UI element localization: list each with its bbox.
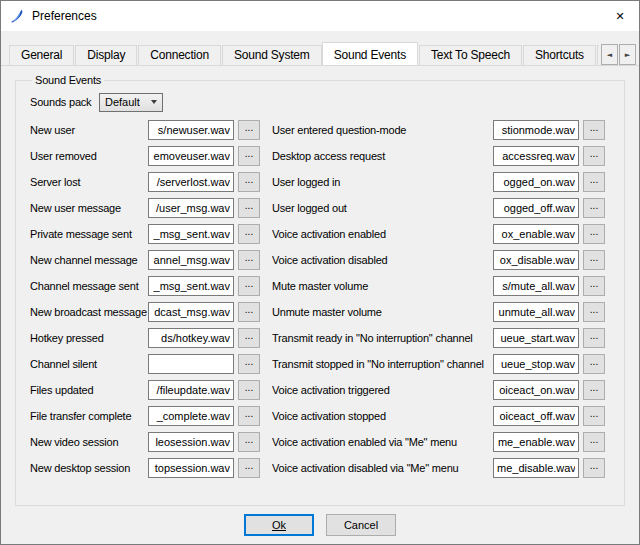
sound-event-row: Hotkey pressed...Transmit ready in "No i… [30, 325, 611, 351]
tab-scroll-left-icon[interactable]: ◄ [601, 44, 618, 65]
tab-sound-events[interactable]: Sound Events [322, 42, 418, 65]
sound-file-input[interactable] [148, 458, 234, 478]
sound-file-input[interactable] [493, 146, 579, 166]
browse-button[interactable]: ... [238, 432, 260, 452]
browse-button[interactable]: ... [238, 328, 260, 348]
tab-scroll-right-icon[interactable]: ► [619, 44, 636, 65]
browse-button[interactable]: ... [238, 276, 260, 296]
sound-event-rows: New user...User entered question-mode...… [30, 117, 611, 481]
sound-file-input[interactable] [493, 458, 579, 478]
browse-button[interactable]: ... [583, 302, 605, 322]
sounds-pack-label: Sounds pack [30, 96, 99, 108]
sound-file-input[interactable] [493, 120, 579, 140]
browse-button[interactable]: ... [583, 198, 605, 218]
tab-connection[interactable]: Connection [138, 45, 221, 65]
browse-button[interactable]: ... [583, 146, 605, 166]
chevron-down-icon [151, 100, 157, 104]
cancel-button[interactable]: Cancel [326, 514, 396, 536]
tab-bar: GeneralDisplayConnectionSound SystemSoun… [9, 42, 599, 65]
ok-button[interactable]: Ok [244, 514, 314, 536]
sounds-pack-select[interactable]: Default [99, 93, 163, 112]
sound-event-label: User entered question-mode [272, 124, 493, 136]
browse-button[interactable]: ... [238, 198, 260, 218]
browse-button[interactable]: ... [583, 172, 605, 192]
sound-event-row: Server lost...User logged in... [30, 169, 611, 195]
sound-event-label: New channel message [30, 254, 148, 266]
sound-event-label: Channel message sent [30, 280, 148, 292]
browse-button[interactable]: ... [583, 458, 605, 478]
sound-file-input[interactable] [493, 250, 579, 270]
sound-file-input[interactable] [148, 276, 234, 296]
tab-sound-system[interactable]: Sound System [222, 45, 322, 65]
browse-button[interactable]: ... [583, 406, 605, 426]
browse-button[interactable]: ... [583, 276, 605, 296]
sounds-pack-row: Sounds pack Default [30, 89, 611, 115]
sound-event-row: New broadcast message...Unmute master vo… [30, 299, 611, 325]
browse-button[interactable]: ... [238, 120, 260, 140]
sound-file-input[interactable] [493, 406, 579, 426]
sound-event-label: Transmit ready in "No interruption" chan… [272, 332, 493, 344]
sound-event-label: Desktop access request [272, 150, 493, 162]
sound-file-input[interactable] [493, 328, 579, 348]
sound-event-row: Channel silent...Transmit stopped in "No… [30, 351, 611, 377]
tab-display[interactable]: Display [75, 45, 137, 65]
sound-file-input[interactable] [493, 198, 579, 218]
browse-button[interactable]: ... [583, 432, 605, 452]
tab-scrollers: ◄ ► [600, 44, 636, 65]
sound-event-label: Voice activation disabled via "Me" menu [272, 462, 493, 474]
browse-button[interactable]: ... [238, 380, 260, 400]
sound-file-input[interactable] [493, 432, 579, 452]
browse-button[interactable]: ... [583, 328, 605, 348]
window-title: Preferences [32, 9, 97, 23]
sound-file-input[interactable] [148, 432, 234, 452]
sound-file-input[interactable] [493, 380, 579, 400]
sound-event-label: Unmute master volume [272, 306, 493, 318]
browse-button[interactable]: ... [238, 250, 260, 270]
sound-file-input[interactable] [493, 224, 579, 244]
tab-video[interactable]: Video [597, 45, 599, 65]
close-icon[interactable]: ✕ [601, 1, 639, 31]
browse-button[interactable]: ... [238, 458, 260, 478]
sound-file-input[interactable] [148, 250, 234, 270]
sound-file-input[interactable] [148, 224, 234, 244]
tab-text-to-speech[interactable]: Text To Speech [419, 45, 522, 65]
sound-event-label: Voice activation enabled via "Me" menu [272, 436, 493, 448]
browse-button[interactable]: ... [583, 224, 605, 244]
sound-file-input[interactable] [148, 354, 234, 374]
sound-file-input[interactable] [148, 146, 234, 166]
sound-file-input[interactable] [148, 328, 234, 348]
sound-file-input[interactable] [148, 380, 234, 400]
sound-file-input[interactable] [148, 406, 234, 426]
browse-button[interactable]: ... [238, 172, 260, 192]
sound-file-input[interactable] [148, 120, 234, 140]
sound-event-row: New channel message...Voice activation d… [30, 247, 611, 273]
group-title: Sound Events [32, 74, 104, 86]
browse-button[interactable]: ... [583, 250, 605, 270]
sound-file-input[interactable] [493, 302, 579, 322]
sound-file-input[interactable] [493, 354, 579, 374]
sound-event-row: New desktop session...Voice activation d… [30, 455, 611, 481]
sound-file-input[interactable] [148, 302, 234, 322]
browse-button[interactable]: ... [583, 354, 605, 374]
browse-button[interactable]: ... [238, 146, 260, 166]
sound-event-label: Files updated [30, 384, 148, 396]
sound-event-row: New user message...User logged out... [30, 195, 611, 221]
sound-file-input[interactable] [493, 172, 579, 192]
browse-button[interactable]: ... [238, 302, 260, 322]
tab-general[interactable]: General [9, 45, 74, 65]
app-logo-icon [9, 8, 25, 24]
sound-event-label: User logged in [272, 176, 493, 188]
sound-file-input[interactable] [493, 276, 579, 296]
browse-button[interactable]: ... [238, 354, 260, 374]
sound-file-input[interactable] [148, 172, 234, 192]
sounds-pack-value: Default [105, 96, 140, 108]
sound-event-label: Voice activation disabled [272, 254, 493, 266]
tab-shortcuts[interactable]: Shortcuts [523, 45, 596, 65]
browse-button[interactable]: ... [238, 406, 260, 426]
browse-button[interactable]: ... [583, 380, 605, 400]
sound-event-label: Transmit stopped in "No interruption" ch… [272, 358, 493, 370]
sound-event-row: Files updated...Voice activation trigger… [30, 377, 611, 403]
sound-file-input[interactable] [148, 198, 234, 218]
browse-button[interactable]: ... [238, 224, 260, 244]
browse-button[interactable]: ... [583, 120, 605, 140]
